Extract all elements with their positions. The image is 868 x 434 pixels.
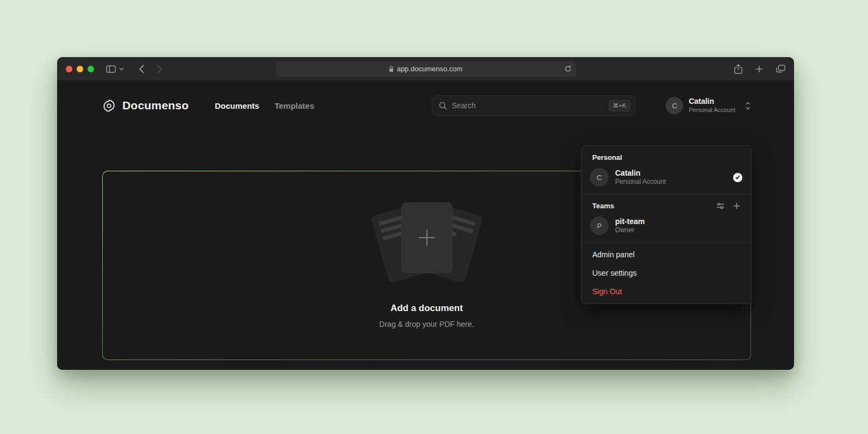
dropzone-subtitle: Drag & drop your PDF here. [379,320,474,328]
zoom-button[interactable] [88,66,94,72]
chevron-down-icon[interactable] [119,67,124,71]
back-icon[interactable] [139,65,144,73]
forward-icon [157,65,162,73]
account-subtitle: Personal Account [689,107,735,114]
add-team-icon[interactable] [733,202,740,209]
search-bar[interactable]: ⌘+K [432,95,635,116]
dropzone-title: Add a document [390,303,463,314]
personal-name: Catalin [615,168,727,178]
sidebar-toggle-icon[interactable] [106,65,116,73]
documenso-logo-icon [102,99,116,113]
account-dropdown-menu: Personal C Catalin Personal Account Team… [581,145,752,304]
browser-window: app.documenso.com [57,57,794,370]
team-avatar: P [590,216,609,235]
app-content: Documenso Documents Templates ⌘+K C Cata… [57,81,794,370]
menu-divider [581,243,751,243]
refresh-icon[interactable] [565,65,572,72]
brand-name: Documenso [122,99,189,112]
browser-toolbar: app.documenso.com [57,57,794,81]
nav-templates[interactable]: Templates [275,101,314,110]
url-text: app.documenso.com [397,65,463,73]
lock-icon [389,66,394,72]
address-bar[interactable]: app.documenso.com [276,61,576,77]
document-card-center [402,203,452,272]
app-header: Documenso Documents Templates ⌘+K C Cata… [57,81,794,116]
tabs-overview-icon[interactable] [776,65,785,73]
menu-item-sign-out[interactable]: Sign Out [581,282,751,301]
account-avatar: C [666,97,683,114]
window-controls [66,66,94,72]
personal-avatar: C [590,168,609,187]
team-item[interactable]: P pit-team Owner [581,213,751,240]
share-icon[interactable] [734,64,742,74]
selected-check-icon [733,173,742,182]
team-name: pit-team [615,216,742,226]
teams-section-heading-row: Teams [581,197,751,213]
plus-icon [419,230,435,246]
brand[interactable]: Documenso [102,99,189,113]
menu-divider [581,194,751,195]
close-button[interactable] [66,66,72,72]
search-shortcut-badge: ⌘+K [609,100,631,111]
new-tab-icon[interactable] [755,65,763,73]
manage-teams-icon[interactable] [716,202,724,209]
search-input[interactable] [451,101,604,110]
documents-illustration [367,203,487,282]
personal-section-heading: Personal [581,148,751,165]
personal-account-item[interactable]: C Catalin Personal Account [581,165,751,192]
account-menu-trigger[interactable]: C Catalin Personal Account [666,97,751,114]
main-nav: Documents Templates [215,101,314,110]
personal-subtitle: Personal Account [615,178,727,187]
team-role: Owner [615,226,742,235]
account-name: Catalin [689,97,735,107]
nav-documents[interactable]: Documents [215,101,259,110]
chevron-up-down-icon [745,102,751,110]
teams-section-heading: Teams [592,202,614,210]
menu-item-admin-panel[interactable]: Admin panel [581,245,751,264]
minimize-button[interactable] [77,66,83,72]
menu-item-user-settings[interactable]: User settings [581,264,751,282]
search-icon [439,102,447,110]
